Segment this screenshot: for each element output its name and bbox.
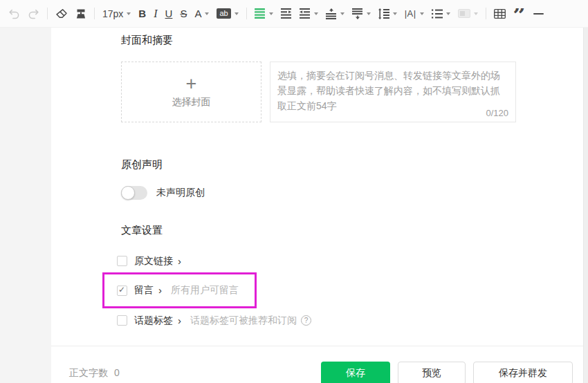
original-link-checkbox[interactable] bbox=[117, 256, 127, 266]
font-size-dropdown[interactable]: 17px bbox=[102, 8, 131, 19]
list-dropdown[interactable] bbox=[432, 9, 450, 19]
comment-label[interactable]: 留言 bbox=[134, 284, 154, 297]
redo-icon bbox=[28, 8, 39, 19]
chevron-down-icon bbox=[420, 12, 424, 15]
topic-tag-row[interactable]: 话题标签 › 话题标签可被推荐和订阅 ? bbox=[117, 315, 583, 326]
original-link-row[interactable]: 原文链接 › bbox=[117, 255, 583, 267]
comment-highlight-annotation: 留言 › 所有用户可留言 bbox=[102, 272, 257, 308]
plus-icon: + bbox=[186, 75, 197, 92]
toolbar-separator bbox=[486, 8, 486, 19]
toolbar-separator bbox=[246, 8, 247, 19]
line-height-dropdown[interactable] bbox=[378, 8, 397, 19]
letter-spacing-label: |A| bbox=[405, 8, 416, 19]
save-and-send-button[interactable]: 保存并群发 bbox=[473, 362, 573, 383]
eraser-icon bbox=[55, 8, 68, 19]
preview-button[interactable]: 预览 bbox=[398, 362, 466, 383]
comment-permission-hint: 所有用户可留言 bbox=[171, 284, 239, 297]
chevron-right-icon: › bbox=[158, 286, 162, 295]
chevron-down-icon bbox=[340, 12, 344, 15]
summary-char-counter: 0/120 bbox=[486, 108, 508, 118]
align-justify-icon bbox=[255, 8, 266, 19]
space-below-dropdown[interactable] bbox=[352, 8, 371, 19]
italic-button[interactable]: I bbox=[154, 8, 157, 20]
bullet-list-icon bbox=[432, 9, 443, 19]
chevron-down-icon bbox=[205, 12, 209, 15]
chevron-down-icon bbox=[314, 12, 318, 15]
original-statement-toggle[interactable] bbox=[121, 186, 147, 200]
letter-spacing-dropdown[interactable]: |A| bbox=[405, 8, 424, 19]
chevron-down-icon bbox=[367, 12, 371, 15]
chevron-down-icon bbox=[235, 12, 239, 15]
choose-cover-button[interactable]: + 选择封面 bbox=[121, 62, 261, 122]
chevron-down-icon bbox=[127, 12, 131, 15]
blockquote-button[interactable]: ” bbox=[513, 8, 526, 19]
editor-toolbar: 17px B I U S A ab |A| ” bbox=[0, 0, 588, 28]
comment-checkbox[interactable] bbox=[117, 286, 127, 296]
font-color-dropdown[interactable]: A bbox=[194, 8, 209, 19]
space-above-dropdown[interactable] bbox=[326, 8, 344, 19]
style-preview-icon bbox=[458, 9, 470, 18]
summary-placeholder: 选填，摘要会在订阅号消息、转发链接等文章外的场景显露，帮助读者快速了解内容，如不… bbox=[277, 68, 508, 113]
indent-increase-button[interactable] bbox=[281, 8, 292, 19]
chevron-down-icon bbox=[393, 12, 397, 15]
highlight-color-dropdown[interactable]: ab bbox=[217, 8, 238, 19]
word-count-label: 正文字数 bbox=[69, 367, 108, 380]
indent-decrease-icon bbox=[300, 8, 311, 19]
align-dropdown[interactable] bbox=[255, 8, 273, 19]
chevron-right-icon: › bbox=[178, 316, 181, 326]
footer-bar: 正文字数 0 保存 预览 保存并群发 bbox=[51, 346, 583, 383]
topic-tag-hint: 话题标签可被推荐和订阅 bbox=[190, 315, 297, 327]
font-color-label: A bbox=[194, 8, 201, 19]
choose-cover-label: 选择封面 bbox=[172, 96, 211, 109]
editor-settings-panel: 封面和摘要 + 选择封面 选填，摘要会在订阅号消息、转发链接等文章外的场景显露，… bbox=[51, 28, 583, 383]
chevron-down-icon bbox=[474, 12, 478, 15]
table-icon bbox=[494, 9, 506, 19]
undo-icon bbox=[8, 8, 20, 19]
undo-button[interactable] bbox=[8, 8, 20, 19]
redo-button[interactable] bbox=[28, 8, 39, 19]
horizontal-rule-button[interactable] bbox=[533, 13, 544, 15]
format-painter-icon bbox=[75, 8, 86, 19]
strikethrough-button[interactable]: S bbox=[180, 8, 187, 19]
bold-button[interactable]: B bbox=[138, 8, 146, 19]
toolbar-separator bbox=[47, 8, 48, 19]
toggle-knob bbox=[121, 186, 135, 200]
line-height-icon bbox=[378, 8, 389, 19]
left-gutter bbox=[0, 28, 51, 383]
chevron-down-icon bbox=[269, 12, 273, 15]
insert-table-button[interactable] bbox=[494, 9, 506, 19]
word-count-value: 0 bbox=[114, 367, 120, 378]
topic-tag-label[interactable]: 话题标签 bbox=[134, 315, 173, 327]
original-statement-toggle-label: 未声明原创 bbox=[156, 187, 205, 199]
style-dropdown-disabled[interactable] bbox=[458, 9, 478, 18]
format-painter-button[interactable] bbox=[75, 8, 86, 19]
comment-row[interactable]: 留言 › 所有用户可留言 bbox=[117, 285, 239, 297]
underline-button[interactable]: U bbox=[165, 8, 173, 19]
chevron-right-icon: › bbox=[178, 256, 181, 266]
indent-decrease-dropdown[interactable] bbox=[300, 8, 318, 19]
original-section-title: 原创声明 bbox=[121, 158, 583, 171]
cover-summary-section-title: 封面和摘要 bbox=[121, 28, 583, 47]
article-settings-section-title: 文章设置 bbox=[121, 224, 583, 237]
space-below-icon bbox=[352, 8, 363, 19]
highlight-icon: ab bbox=[217, 8, 230, 19]
indent-increase-icon bbox=[281, 8, 292, 19]
horizontal-rule-icon bbox=[533, 13, 544, 15]
word-count: 正文字数 0 bbox=[69, 367, 120, 380]
summary-input[interactable]: 选填，摘要会在订阅号消息、转发链接等文章外的场景显露，帮助读者快速了解内容，如不… bbox=[270, 62, 516, 122]
chevron-down-icon bbox=[446, 12, 450, 15]
quote-icon: ” bbox=[513, 8, 526, 19]
toolbar-separator bbox=[94, 8, 95, 19]
help-icon[interactable]: ? bbox=[301, 315, 311, 326]
save-button[interactable]: 保存 bbox=[321, 362, 390, 383]
original-link-label[interactable]: 原文链接 bbox=[134, 255, 173, 268]
space-above-icon bbox=[326, 8, 337, 19]
font-size-value: 17px bbox=[102, 8, 123, 19]
clear-format-button[interactable] bbox=[55, 8, 68, 19]
topic-tag-checkbox[interactable] bbox=[117, 315, 127, 326]
vertical-scrollbar[interactable] bbox=[583, 28, 588, 383]
